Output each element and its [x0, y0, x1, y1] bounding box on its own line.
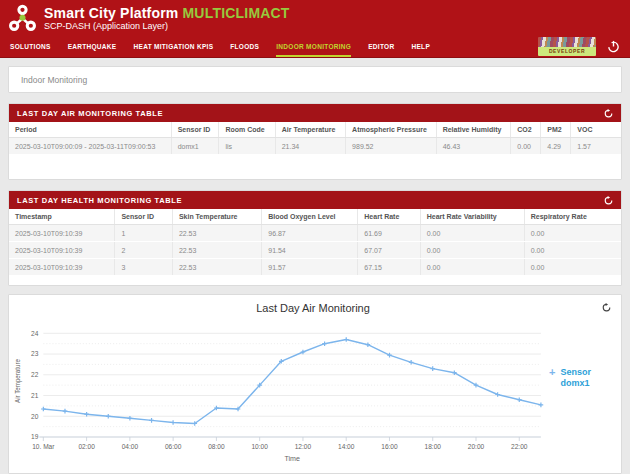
nav-items: SOLUTIONSEARTHQUAKEHEAT MITIGATION KPISF…: [10, 36, 538, 57]
column-header: Period: [9, 122, 171, 138]
table-cell: 22.53: [172, 242, 261, 259]
developer-badge-image: [538, 37, 596, 47]
developer-badge-label: DEVELOPER: [538, 47, 596, 56]
table-cell: 61.69: [358, 225, 420, 242]
power-icon: [607, 40, 620, 53]
air-panel-title: LAST DAY AIR MONITORING TABLE: [17, 109, 163, 118]
refresh-icon[interactable]: [602, 303, 611, 312]
column-header: CO2: [511, 122, 541, 138]
table-cell: 3: [115, 259, 173, 276]
column-header: Skin Temperature: [172, 209, 261, 225]
table-cell: 46.43: [436, 138, 511, 155]
health-monitoring-table: TimestampSensor IDSkin TemperatureBlood …: [9, 209, 621, 276]
nav-item-editor[interactable]: EDITOR: [368, 36, 394, 57]
column-header: Sensor ID: [171, 122, 219, 138]
y-axis-tick-label: 21: [31, 392, 39, 399]
chart-row: 19202122232410. Mar02:0004:0006:0008:001…: [13, 315, 613, 473]
table-row: 2025-03-10T09:10:39322.5391.5767.150.000…: [9, 259, 621, 276]
health-table-body: TimestampSensor IDSkin TemperatureBlood …: [9, 209, 621, 285]
column-header: Sensor ID: [115, 209, 173, 225]
app-header: Smart City PlatformMULTICLIMACT SCP-DASH…: [0, 0, 630, 36]
chart-plot-area: 19202122232410. Mar02:0004:0006:0008:001…: [13, 315, 549, 473]
y-axis-title: Air Temperature: [14, 359, 21, 403]
table-cell: 22.53: [172, 225, 261, 242]
app-subtitle: SCP-DASH (Application Layer): [44, 21, 290, 31]
nav-item-heat-mitigation-kpis[interactable]: HEAT MITIGATION KPIS: [134, 36, 214, 57]
table-cell: 2025-03-10T09:10:39: [9, 225, 115, 242]
column-header: Atmospheric Pressure: [346, 122, 437, 138]
page-content: Indoor Monitoring LAST DAY AIR MONITORIN…: [0, 58, 630, 474]
x-axis-ticks: [43, 437, 519, 441]
y-axis-tick-label: 19: [31, 433, 39, 440]
table-cell: 91.54: [262, 242, 358, 259]
column-header: Timestamp: [9, 209, 115, 225]
table-cell: 0.00: [524, 225, 621, 242]
air-panel-header: LAST DAY AIR MONITORING TABLE: [9, 104, 621, 122]
column-header: Air Temperature: [275, 122, 345, 138]
x-axis-tick-label: 10:00: [251, 443, 268, 450]
table-cell: 989.52: [346, 138, 437, 155]
x-axis-tick-label: 18:00: [425, 443, 442, 450]
x-axis-tick-label: 08:00: [208, 443, 225, 450]
chart-legend[interactable]: + Sensor domx1: [549, 315, 613, 473]
table-cell: 2025-03-10T09:00:09 - 2025-03-11T09:00:5…: [9, 138, 171, 155]
table-row: 2025-03-10T09:00:09 - 2025-03-11T09:00:5…: [9, 138, 621, 155]
table-cell: 4.29: [541, 138, 571, 155]
series-line: [43, 340, 541, 424]
health-panel-title: LAST DAY HEALTH MONITORING TABLE: [17, 196, 182, 205]
nav-item-indoor-monitoring[interactable]: INDOOR MONITORING: [276, 36, 351, 57]
legend-label: Sensor domx1: [560, 367, 591, 389]
table-cell: 0.00: [420, 225, 524, 242]
x-axis-tick-label: 06:00: [165, 443, 182, 450]
x-axis-tick-label: 10. Mar: [32, 443, 55, 450]
nav-item-help[interactable]: HELP: [411, 36, 430, 57]
breadcrumb-label: Indoor Monitoring: [21, 75, 87, 85]
air-monitoring-table: PeriodSensor IDRoom CodeAir TemperatureA…: [9, 122, 621, 155]
logo-green-dot: [19, 14, 25, 20]
table-cell: 21.34: [275, 138, 345, 155]
y-axis-tick-label: 20: [31, 413, 39, 420]
health-panel-header: LAST DAY HEALTH MONITORING TABLE: [9, 191, 621, 209]
nav-item-floods[interactable]: FLOODS: [230, 36, 259, 57]
table-cell: 1.57: [571, 138, 621, 155]
refresh-icon[interactable]: [604, 196, 613, 205]
column-header: Respiratory Rate: [524, 209, 621, 225]
table-cell: 2: [115, 242, 173, 259]
app-title-accent: MULTICLIMACT: [183, 5, 290, 21]
table-header-row: PeriodSensor IDRoom CodeAir TemperatureA…: [9, 122, 621, 138]
table-cell: lis: [219, 138, 275, 155]
nav-item-solutions[interactable]: SOLUTIONS: [10, 36, 51, 57]
app-title-block: Smart City PlatformMULTICLIMACT SCP-DASH…: [44, 6, 290, 31]
x-axis-tick-label: 14:00: [338, 443, 355, 450]
navbar-right: DEVELOPER: [538, 36, 620, 57]
table-cell: 22.53: [172, 259, 261, 276]
developer-badge[interactable]: DEVELOPER: [538, 37, 596, 56]
table-cell: domx1: [171, 138, 219, 155]
table-header-row: TimestampSensor IDSkin TemperatureBlood …: [9, 209, 621, 225]
data-point-markers: [41, 337, 543, 426]
air-monitoring-chart-card: Last Day Air Monitoring 19202122232410. …: [8, 294, 622, 474]
app-title: Smart City Platform: [44, 5, 179, 21]
breadcrumb: Indoor Monitoring: [8, 66, 622, 93]
logout-power-button[interactable]: [606, 40, 620, 54]
table-cell: 91.57: [262, 259, 358, 276]
x-axis-title: Time: [284, 455, 300, 462]
table-cell: 67.15: [358, 259, 420, 276]
nav-item-earthquake[interactable]: EARTHQUAKE: [68, 36, 117, 57]
refresh-icon[interactable]: [604, 109, 613, 118]
column-header: PM2: [541, 122, 571, 138]
column-header: VOC: [571, 122, 621, 138]
air-table-body: PeriodSensor IDRoom CodeAir TemperatureA…: [9, 122, 621, 179]
table-cell: 1: [115, 225, 173, 242]
table-cell: 2025-03-10T09:10:39: [9, 242, 115, 259]
molecule-logo-icon: [8, 4, 37, 33]
column-header: Blood Oxygen Level: [262, 209, 358, 225]
x-axis-tick-label: 04:00: [122, 443, 139, 450]
x-axis-tick-label: 22:00: [511, 443, 528, 450]
table-cell: 96.87: [262, 225, 358, 242]
column-header: Room Code: [219, 122, 275, 138]
column-header: Relative Humidity: [436, 122, 511, 138]
table-cell: 0.00: [524, 242, 621, 259]
table-cell: 2025-03-10T09:10:39: [9, 259, 115, 276]
table-row: 2025-03-10T09:10:39222.5391.5467.070.000…: [9, 242, 621, 259]
